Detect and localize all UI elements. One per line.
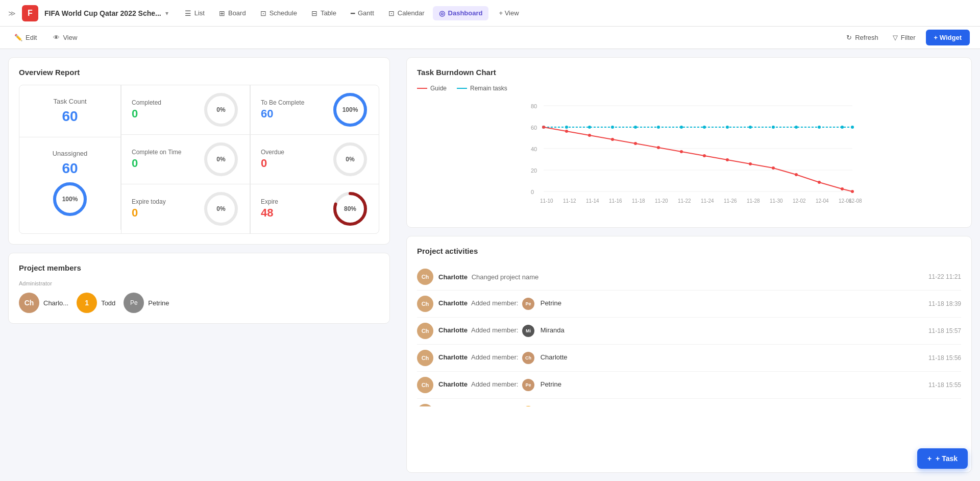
project-chevron-icon[interactable]: ▾ (165, 10, 168, 17)
stat-complete-on-time-value: 0 (132, 157, 181, 170)
charlotte-avatar-5: Ch (417, 377, 433, 393)
add-widget-button[interactable]: + Widget (926, 30, 970, 45)
stat-overdue-value: 0 (261, 157, 284, 170)
charlotte-avatar-1: Ch (417, 269, 433, 285)
unassigned-label: Unassigned (53, 150, 88, 157)
svg-point-36 (795, 126, 798, 129)
activity-time-4: 11-18 15:56 (928, 354, 961, 362)
stat-complete-on-time-label: Complete on Time (132, 149, 181, 156)
nav-add-view[interactable]: + View (493, 6, 525, 20)
member-charlotte[interactable]: Ch Charlo... (19, 293, 68, 313)
svg-point-28 (611, 126, 614, 129)
svg-point-26 (565, 126, 568, 129)
view-button[interactable]: 👁 View (49, 32, 81, 43)
svg-text:11-28: 11-28 (747, 198, 760, 204)
svg-text:12-08: 12-08 (849, 198, 862, 204)
charlotte-inline-avatar: Ch (522, 352, 534, 364)
svg-point-52 (818, 181, 821, 184)
unassigned-progress: 100% (52, 181, 88, 218)
charlotte-avatar-6: Ch (417, 404, 433, 406)
table-icon: ⊟ (311, 9, 317, 17)
svg-text:12-02: 12-02 (793, 198, 806, 204)
stat-to-be-complete-circle: 100% (332, 91, 369, 128)
stat-overdue-circle: 0% (332, 141, 369, 178)
member-todd-avatar: 1 (77, 293, 97, 313)
activity-text-4: Charlotte Added member: Ch Charlotte (438, 352, 923, 364)
task-count-label: Task Count (53, 98, 86, 105)
stat-to-be-complete-pct: 100% (342, 106, 358, 113)
activity-item: Ch Charlotte Added member: Pe Petrine 11… (417, 291, 961, 318)
svg-point-39 (851, 126, 854, 129)
stat-completed-label: Completed (132, 99, 161, 106)
legend-guide: Guide (417, 85, 447, 92)
nav-schedule[interactable]: ⊡ Schedule (254, 6, 303, 20)
svg-point-54 (851, 190, 854, 193)
unassigned-cell: Unassigned 60 100% (19, 137, 121, 230)
stat-overdue-label: Overdue (261, 149, 284, 156)
svg-text:20: 20 (531, 167, 537, 174)
svg-text:11-24: 11-24 (701, 198, 714, 204)
nav-board[interactable]: ⊞ Board (213, 6, 252, 20)
stat-expire-circle: 80% (332, 190, 369, 227)
activity-time-3: 11-18 15:57 (928, 327, 961, 334)
app-logo: F (22, 5, 38, 21)
board-icon: ⊞ (219, 9, 225, 17)
charlotte-avatar-2: Ch (417, 296, 433, 312)
nav-list[interactable]: ☰ List (179, 6, 211, 20)
activity-text-3: Charlotte Added member: Mi Miranda (438, 325, 923, 337)
todd-avatar-inline: T (522, 406, 534, 406)
activity-time-1: 11-22 11:21 (928, 273, 961, 280)
view-icon: 👁 (53, 34, 60, 41)
project-title[interactable]: FIFA World Cup Qatar 2022 Sche... (44, 9, 161, 17)
edit-button[interactable]: ✏️ Edit (10, 32, 41, 43)
members-section: Administrator Ch Charlo... 1 Todd Pe (19, 280, 379, 313)
stat-to-be-complete: To Be Complete 60 100% (250, 85, 379, 135)
filter-icon: ▽ (893, 34, 898, 41)
stat-expire-today-circle: 0% (203, 190, 239, 227)
activity-item: Ch Charlotte Added member: T Todd 11-1..… (417, 399, 961, 406)
svg-text:40: 40 (531, 146, 537, 152)
nav-gantt[interactable]: ━ Gantt (345, 6, 380, 20)
member-todd[interactable]: 1 Todd (77, 293, 115, 313)
svg-point-33 (726, 126, 729, 129)
add-task-button[interactable]: + + Task (917, 448, 968, 469)
activity-item: Ch Charlotte Changed project name 11-22 … (417, 263, 961, 291)
stat-complete-on-time: Complete on Time 0 0% (121, 135, 250, 184)
unassigned-circle: 100% (52, 181, 88, 218)
gantt-icon: ━ (351, 9, 355, 17)
stat-complete-on-time-circle: 0% (203, 141, 239, 178)
member-petrine[interactable]: Pe Petrine (124, 293, 169, 313)
refresh-button[interactable]: ↻ Refresh (842, 32, 883, 43)
svg-point-41 (565, 130, 568, 133)
left-panel: Overview Report Task Count 60 Unassigned… (0, 49, 398, 481)
overview-grid: Task Count 60 Unassigned 60 (19, 85, 379, 234)
expand-icon[interactable]: ≫ (8, 9, 16, 17)
svg-text:11-18: 11-18 (632, 198, 645, 204)
nav-calendar[interactable]: ⊡ Calendar (382, 6, 431, 20)
legend-remain: Remain tasks (457, 85, 507, 92)
activity-item: Ch Charlotte Added member: Ch Charlotte … (417, 345, 961, 372)
stat-expire-today: Expire today 0 0% (121, 184, 250, 233)
stat-completed-circle: 0% (203, 91, 239, 128)
svg-text:60: 60 (531, 125, 537, 131)
members-card: Project members Administrator Ch Charlo.… (8, 253, 390, 324)
svg-text:11-26: 11-26 (724, 198, 737, 204)
member-petrine-avatar: Pe (124, 293, 144, 313)
stat-completed: Completed 0 0% (121, 85, 250, 135)
stat-expire-today-label: Expire today (132, 198, 166, 205)
nav-dashboard[interactable]: ◎ Dashboard (433, 6, 489, 20)
list-icon: ☰ (185, 9, 191, 17)
stats-right-col: To Be Complete 60 100% (250, 85, 379, 233)
stat-completed-value: 0 (132, 107, 161, 121)
svg-text:0: 0 (531, 189, 534, 195)
filter-button[interactable]: ▽ Filter (889, 32, 920, 43)
stat-expire-today-value: 0 (132, 206, 166, 220)
member-todd-name: Todd (101, 299, 115, 307)
nav-table[interactable]: ⊟ Table (305, 6, 342, 20)
stat-to-be-complete-label: To Be Complete (261, 99, 304, 106)
right-panel: Task Burndown Chart Guide Remain tasks 8… (398, 49, 980, 481)
svg-point-30 (657, 126, 660, 129)
toolbar: ✏️ Edit 👁 View ↻ Refresh ▽ Filter + Widg… (0, 27, 980, 49)
unassigned-pct: 100% (62, 196, 78, 203)
chart-legend: Guide Remain tasks (417, 85, 961, 92)
